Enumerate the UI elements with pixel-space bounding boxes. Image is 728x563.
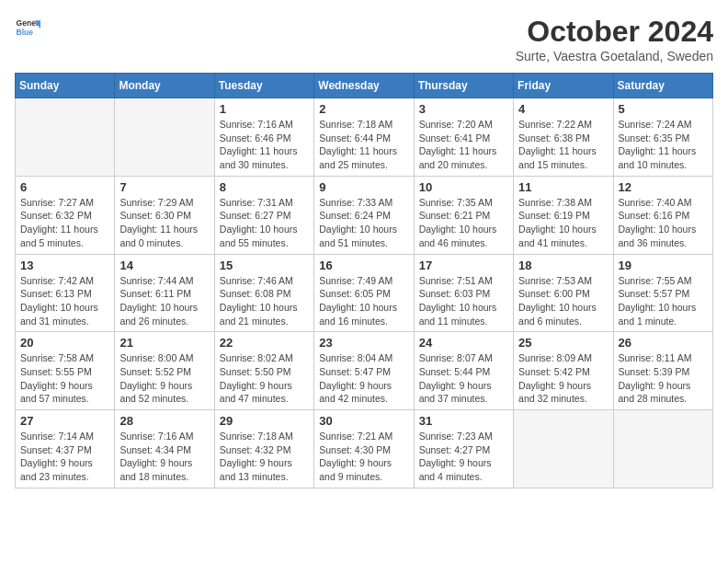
calendar-cell: 9Sunrise: 7:33 AMSunset: 6:24 PMDaylight… [314,176,414,254]
day-number: 20 [20,336,109,350]
day-info: Sunrise: 8:09 AMSunset: 5:42 PMDaylight:… [518,351,608,406]
day-number: 1 [220,102,309,116]
day-info: Sunrise: 7:55 AMSunset: 5:57 PMDaylight:… [619,274,708,328]
day-info: Sunrise: 7:21 AMSunset: 4:30 PMDaylight:… [319,430,408,484]
day-info: Sunrise: 7:18 AMSunset: 6:44 PMDaylight:… [319,118,408,172]
day-number: 10 [419,180,508,194]
day-number: 25 [518,336,608,350]
title-area: October 2024 Surte, Vaestra Goetaland, S… [516,15,713,63]
calendar-cell: 25Sunrise: 8:09 AMSunset: 5:42 PMDayligh… [514,332,613,410]
page-header: General Blue October 2024 Surte, Vaestra… [15,15,713,63]
weekday-header-saturday: Saturday [613,74,712,98]
calendar-cell: 2Sunrise: 7:18 AMSunset: 6:44 PMDaylight… [314,98,414,177]
day-number: 29 [220,414,309,428]
calendar-cell: 20Sunrise: 7:58 AMSunset: 5:55 PMDayligh… [16,332,115,410]
day-info: Sunrise: 7:58 AMSunset: 5:55 PMDaylight:… [20,351,109,406]
weekday-header-thursday: Thursday [414,74,513,98]
day-info: Sunrise: 8:07 AMSunset: 5:44 PMDaylight:… [419,351,508,406]
day-info: Sunrise: 7:24 AMSunset: 6:35 PMDaylight:… [619,118,708,172]
day-number: 13 [20,259,109,272]
day-number: 28 [119,414,209,428]
day-info: Sunrise: 7:23 AMSunset: 4:27 PMDaylight:… [419,430,508,484]
day-info: Sunrise: 7:18 AMSunset: 4:32 PMDaylight:… [220,430,309,484]
day-info: Sunrise: 8:00 AMSunset: 5:52 PMDaylight:… [119,351,209,406]
day-info: Sunrise: 7:46 AMSunset: 6:08 PMDaylight:… [220,274,309,328]
calendar-cell: 21Sunrise: 8:00 AMSunset: 5:52 PMDayligh… [115,332,214,410]
calendar-cell: 27Sunrise: 7:14 AMSunset: 4:37 PMDayligh… [16,410,115,488]
day-number: 5 [619,102,708,116]
day-number: 31 [419,414,508,428]
day-info: Sunrise: 7:51 AMSunset: 6:03 PMDaylight:… [419,274,508,328]
month-title: October 2024 [516,15,713,49]
day-info: Sunrise: 7:31 AMSunset: 6:27 PMDaylight:… [220,196,309,250]
day-number: 6 [20,180,109,194]
calendar-cell: 31Sunrise: 7:23 AMSunset: 4:27 PMDayligh… [414,410,513,488]
day-number: 27 [20,414,109,428]
day-info: Sunrise: 7:16 AMSunset: 4:34 PMDaylight:… [119,430,209,484]
calendar-week-row: 13Sunrise: 7:42 AMSunset: 6:13 PMDayligh… [16,254,713,332]
calendar-header-row: SundayMondayTuesdayWednesdayThursdayFrid… [16,74,713,98]
calendar-cell: 10Sunrise: 7:35 AMSunset: 6:21 PMDayligh… [414,176,513,254]
day-number: 11 [518,180,608,194]
day-info: Sunrise: 7:40 AMSunset: 6:16 PMDaylight:… [619,196,708,250]
calendar-cell: 22Sunrise: 8:02 AMSunset: 5:50 PMDayligh… [214,332,313,410]
svg-text:Blue: Blue [17,28,34,37]
day-number: 21 [119,336,209,350]
day-number: 30 [319,414,408,428]
logo-icon: General Blue [15,15,40,40]
day-info: Sunrise: 7:44 AMSunset: 6:11 PMDaylight:… [119,274,209,328]
day-number: 24 [419,336,508,350]
day-number: 18 [518,259,608,272]
day-info: Sunrise: 7:29 AMSunset: 6:30 PMDaylight:… [119,196,209,250]
calendar-week-row: 1Sunrise: 7:16 AMSunset: 6:46 PMDaylight… [16,98,713,177]
weekday-header-tuesday: Tuesday [214,74,313,98]
day-info: Sunrise: 7:22 AMSunset: 6:38 PMDaylight:… [518,118,608,172]
day-number: 17 [419,259,508,272]
calendar-cell: 19Sunrise: 7:55 AMSunset: 5:57 PMDayligh… [613,254,712,332]
calendar-week-row: 20Sunrise: 7:58 AMSunset: 5:55 PMDayligh… [16,332,713,410]
calendar-cell: 8Sunrise: 7:31 AMSunset: 6:27 PMDaylight… [214,176,313,254]
day-info: Sunrise: 8:04 AMSunset: 5:47 PMDaylight:… [319,351,408,406]
calendar-cell [514,410,613,488]
calendar-cell: 28Sunrise: 7:16 AMSunset: 4:34 PMDayligh… [115,410,214,488]
weekday-header-wednesday: Wednesday [314,74,414,98]
day-number: 12 [619,180,708,194]
calendar-cell: 5Sunrise: 7:24 AMSunset: 6:35 PMDaylight… [613,98,712,177]
calendar-cell: 24Sunrise: 8:07 AMSunset: 5:44 PMDayligh… [414,332,513,410]
calendar-cell: 11Sunrise: 7:38 AMSunset: 6:19 PMDayligh… [514,176,613,254]
day-number: 22 [220,336,309,350]
day-number: 2 [319,102,408,116]
calendar-cell: 14Sunrise: 7:44 AMSunset: 6:11 PMDayligh… [115,254,214,332]
day-number: 7 [119,180,209,194]
calendar-cell [16,98,115,177]
day-info: Sunrise: 7:27 AMSunset: 6:32 PMDaylight:… [20,196,109,250]
day-info: Sunrise: 7:20 AMSunset: 6:41 PMDaylight:… [419,118,508,172]
day-info: Sunrise: 8:11 AMSunset: 5:39 PMDaylight:… [619,351,708,406]
day-info: Sunrise: 8:02 AMSunset: 5:50 PMDaylight:… [220,351,309,406]
calendar-cell: 16Sunrise: 7:49 AMSunset: 6:05 PMDayligh… [314,254,414,332]
day-info: Sunrise: 7:35 AMSunset: 6:21 PMDaylight:… [419,196,508,250]
day-number: 19 [619,259,708,272]
calendar-cell: 30Sunrise: 7:21 AMSunset: 4:30 PMDayligh… [314,410,414,488]
day-number: 3 [419,102,508,116]
weekday-header-sunday: Sunday [16,74,115,98]
day-info: Sunrise: 7:16 AMSunset: 6:46 PMDaylight:… [220,118,309,172]
calendar-cell: 4Sunrise: 7:22 AMSunset: 6:38 PMDaylight… [514,98,613,177]
calendar-week-row: 6Sunrise: 7:27 AMSunset: 6:32 PMDaylight… [16,176,713,254]
calendar-cell: 13Sunrise: 7:42 AMSunset: 6:13 PMDayligh… [16,254,115,332]
calendar-cell: 18Sunrise: 7:53 AMSunset: 6:00 PMDayligh… [514,254,613,332]
day-number: 16 [319,259,408,272]
location-subtitle: Surte, Vaestra Goetaland, Sweden [516,49,713,63]
calendar-week-row: 27Sunrise: 7:14 AMSunset: 4:37 PMDayligh… [16,410,713,488]
calendar-cell: 26Sunrise: 8:11 AMSunset: 5:39 PMDayligh… [613,332,712,410]
day-number: 9 [319,180,408,194]
day-number: 26 [619,336,708,350]
day-info: Sunrise: 7:49 AMSunset: 6:05 PMDaylight:… [319,274,408,328]
weekday-header-monday: Monday [115,74,214,98]
day-info: Sunrise: 7:53 AMSunset: 6:00 PMDaylight:… [518,274,608,328]
calendar-cell: 23Sunrise: 8:04 AMSunset: 5:47 PMDayligh… [314,332,414,410]
calendar-cell: 3Sunrise: 7:20 AMSunset: 6:41 PMDaylight… [414,98,513,177]
day-number: 23 [319,336,408,350]
calendar-cell: 29Sunrise: 7:18 AMSunset: 4:32 PMDayligh… [214,410,313,488]
day-info: Sunrise: 7:14 AMSunset: 4:37 PMDaylight:… [20,430,109,484]
